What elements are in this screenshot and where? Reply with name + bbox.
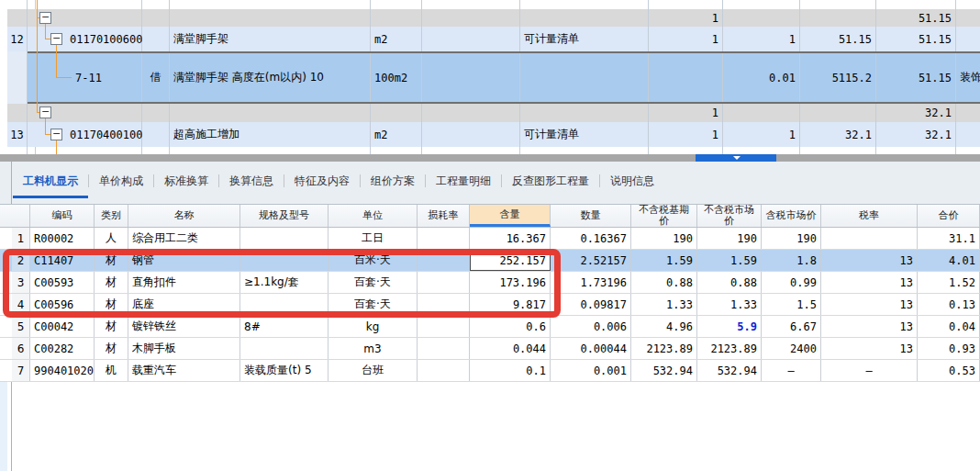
content-cell: 0.044: [470, 338, 551, 359]
grid-cell: [422, 51, 520, 104]
grid-cell: [649, 147, 723, 154]
grid-cell: 51.15: [876, 51, 956, 104]
material-row[interactable]: 1R00002人综合用工二类工日16.3670.1636719019019031…: [0, 228, 980, 250]
bill-row: [0, 0, 980, 9]
grid-cell: 32.1: [876, 122, 956, 147]
code-cell: R00002: [30, 228, 95, 249]
total-cell: 0.13: [918, 294, 980, 315]
loss-cell: [418, 338, 470, 359]
code-cell: C00596: [30, 294, 95, 315]
grid-cell: [876, 0, 956, 9]
grid-cell: [723, 147, 800, 154]
column-header-category[interactable]: 类别: [95, 205, 128, 227]
unit-cell: m2: [371, 27, 422, 51]
collapse-expander-icon[interactable]: −: [39, 12, 51, 24]
grid-cell: [142, 147, 170, 154]
grid-cell: [422, 0, 520, 9]
grid-cell: [371, 147, 422, 154]
total-cell: 0.53: [918, 360, 980, 381]
grid-cell: [800, 9, 876, 27]
column-header-base_price[interactable]: 不含税基期价: [631, 205, 697, 227]
grid-cell: [170, 104, 371, 122]
loss-cell: [418, 316, 470, 337]
taxed_price-cell: 6.67: [762, 316, 821, 337]
grid-cell: [142, 9, 170, 27]
column-header-name[interactable]: 名称: [128, 205, 240, 227]
grid-cell: [422, 147, 520, 154]
unit-cell: 百套·天: [329, 272, 418, 293]
material-row[interactable]: 6C00282材木脚手板m30.0440.000442123.892123.89…: [0, 338, 980, 360]
column-header-spec[interactable]: 规格及型号: [240, 205, 329, 227]
base_price-cell: 1.33: [631, 294, 697, 315]
spec-cell: [240, 228, 329, 249]
column-header-content[interactable]: 含量: [470, 205, 551, 227]
grid-cell: 51.15: [800, 27, 876, 51]
column-header-unit[interactable]: 单位: [329, 205, 418, 227]
tax_rate-cell: [821, 228, 918, 249]
tab-6[interactable]: 组价方案: [361, 174, 425, 196]
tab-8[interactable]: 反查图形工程量: [502, 174, 599, 196]
tab-1[interactable]: 工料机显示: [13, 174, 88, 198]
grid-cell: [7, 104, 28, 122]
tree-line: [56, 140, 57, 154]
column-header-num[interactable]: [12, 205, 30, 227]
tab-bar: 工料机显示单价构成标准换算换算信息特征及内容组价方案工程量明细反查图形工程量说明…: [0, 162, 980, 204]
sub-item-name-cell: 满堂脚手架 高度在(m以内) 10: [170, 51, 371, 104]
bill-row[interactable]: 132.1: [0, 104, 980, 122]
bill-row[interactable]: 12011701006001满堂脚手架m2可计量清单1151.1551.15: [0, 27, 980, 51]
total-cell: 4.01: [918, 250, 980, 271]
column-header-market_price[interactable]: 不含税市场价: [697, 205, 762, 227]
column-header-loss[interactable]: 损耗率: [418, 205, 470, 227]
num-cell: 7: [12, 360, 30, 381]
loss-cell: [418, 294, 470, 315]
column-header-code[interactable]: 编码: [30, 205, 95, 227]
grid-cell: 51.15: [876, 27, 956, 51]
collapse-expander-icon[interactable]: −: [39, 107, 51, 118]
tab-7[interactable]: 工程量明细: [426, 174, 501, 196]
quantity-cell: 1.73196: [551, 272, 631, 293]
column-header-taxed_price[interactable]: 含税市场价: [762, 205, 821, 227]
name-cell: 镀锌铁丝: [128, 316, 240, 337]
base_price-cell: 1.59: [631, 250, 697, 271]
num-cell: 5: [12, 316, 30, 337]
collapse-expander-icon[interactable]: −: [50, 33, 62, 45]
splitter-bar[interactable]: [0, 154, 980, 162]
tab-4[interactable]: 换算信息: [219, 174, 284, 196]
group-total-cell: 51.15: [876, 9, 956, 27]
loss-cell: [418, 360, 470, 381]
code-cell: C00593: [30, 272, 95, 293]
splitter-handle[interactable]: [696, 154, 776, 162]
item-name-cell: 满堂脚手架: [170, 27, 371, 51]
material-row[interactable]: 2C11407材钢管百米·天252.1572.521571.591.591.81…: [0, 250, 980, 272]
market_price-cell: 5.9: [697, 316, 762, 337]
bill-row[interactable]: 151.15: [0, 9, 980, 27]
material-row[interactable]: 5C00042材镀锌铁丝8#kg0.60.0064.965.96.67130.0…: [0, 316, 980, 338]
content-cell: 0.1: [470, 360, 551, 381]
tab-2[interactable]: 单价构成: [89, 174, 153, 196]
tab-3[interactable]: 标准换算: [154, 174, 218, 196]
bill-row[interactable]: 7-11借满堂脚手架 高度在(m以内) 10100m20.015115.251.…: [0, 51, 980, 104]
column-header-total[interactable]: 合价: [918, 205, 980, 227]
item-code-cell: 011701006001: [66, 27, 142, 51]
app-window: 151.1512011701006001满堂脚手架m2可计量清单1151.155…: [0, 0, 980, 471]
tab-5[interactable]: 特征及内容: [284, 174, 360, 196]
column-header-quantity[interactable]: 数量: [551, 205, 631, 227]
content-cell: 16.367: [470, 228, 551, 249]
tax_rate-cell: 13: [821, 250, 918, 271]
material-row[interactable]: 3C00593材直角扣件≥1.1kg/套百套·天173.1961.731960.…: [0, 272, 980, 294]
unit-cell: m3: [329, 338, 418, 359]
column-header-tax_rate[interactable]: 税率: [821, 205, 918, 227]
grid-cell: [520, 9, 649, 27]
grid-cell: 1: [649, 122, 723, 147]
content-cell[interactable]: 252.157: [470, 250, 551, 271]
tab-9[interactable]: 说明信息: [600, 174, 664, 196]
num-cell: 3: [12, 272, 30, 293]
material-row[interactable]: 4C00596材底座百套·天9.8170.098171.331.331.5130…: [0, 294, 980, 316]
bill-row[interactable]: 13011704001001超高施工增加m2可计量清单1132.132.1: [0, 122, 980, 147]
material-row[interactable]: 7990401020机载重汽车装载质量(t) 5台班0.10.001532.94…: [0, 360, 980, 382]
row-number-cell: 12: [7, 27, 28, 51]
market_price-cell: 0.88: [697, 272, 762, 293]
market_price-cell: 1.59: [697, 250, 762, 271]
collapse-expander-icon[interactable]: −: [50, 129, 62, 140]
num-cell: 6: [12, 338, 30, 359]
